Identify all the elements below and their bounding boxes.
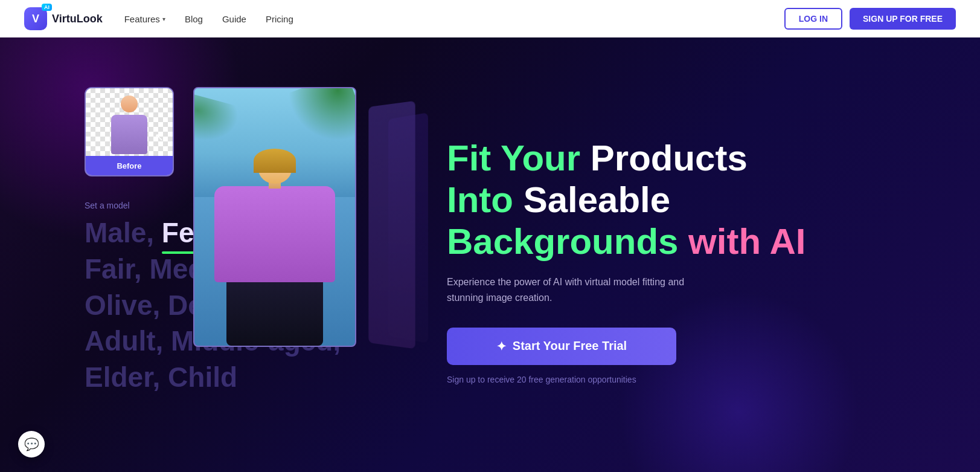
before-card: ↖ Before [85,87,174,176]
person-head [121,95,138,112]
headline-with-ai: with AI [688,221,805,262]
model-hair-top [254,149,296,173]
person-preview [111,95,147,154]
navbar: V AI VirtuLook Features ▾ Blog Guide Pri… [0,0,980,37]
trial-button-label: Start Your Free Trial [513,339,627,353]
model-body-area [194,149,355,346]
main-image-card [193,87,356,347]
model-elder: Elder, Child [85,361,237,393]
signup-button[interactable]: SIGN UP FOR FREE [850,8,956,30]
nav-right: LOG IN SIGN UP FOR FREE [784,8,956,30]
palm-decor-2 [194,93,248,155]
ai-badge: AI [42,4,52,11]
model-male: Male, [85,217,162,248]
headline-saleable: Saleable [524,179,671,220]
model-shirt [214,186,335,282]
hero-demo: Set a model Male, Female, Fair, Medium, … [0,37,423,472]
hero-headline: Fit Your Products Into Saleable Backgrou… [447,137,920,262]
headline-products: Products [591,138,748,178]
hero-text: Fit Your Products Into Saleable Backgrou… [423,125,980,384]
model-head-circle [258,155,292,184]
nav-features[interactable]: Features ▾ [124,14,165,24]
logo-text: VirtuLook [52,13,103,25]
before-card-content: ↖ [86,88,173,156]
hero-content: Set a model Male, Female, Fair, Medium, … [0,0,980,472]
chat-icon: 💬 [24,437,39,451]
nav-left: V AI VirtuLook Features ▾ Blog Guide Pri… [24,7,293,30]
features-chevron-icon: ▾ [162,16,165,22]
login-button[interactable]: LOG IN [784,8,842,30]
stacked-card-1 [368,101,415,349]
headline-into: Into [447,179,524,220]
person-body [111,115,147,154]
nav-links: Features ▾ Blog Guide Pricing [124,14,293,24]
nav-pricing[interactable]: Pricing [266,14,293,24]
logo-icon: V AI [24,7,47,30]
before-label: Before [86,156,173,175]
hero-section: Set a model Male, Female, Fair, Medium, … [0,0,980,472]
headline-backgrounds: Backgrounds [447,221,688,262]
star-icon: ✦ [496,339,507,354]
headline-fit: Fit Your [447,138,591,178]
trial-button[interactable]: ✦ Start Your Free Trial [447,328,676,365]
free-signup-note[interactable]: Sign up to receive 20 free generation op… [447,375,920,384]
nav-blog[interactable]: Blog [185,14,203,24]
chat-bubble[interactable]: 💬 [18,431,45,457]
hero-subtext: Experience the power of AI with virtual … [447,274,700,305]
model-pants [226,282,323,346]
logo[interactable]: V AI VirtuLook [24,7,103,30]
nav-guide[interactable]: Guide [222,14,246,24]
cursor-icon: ↖ [155,131,164,144]
